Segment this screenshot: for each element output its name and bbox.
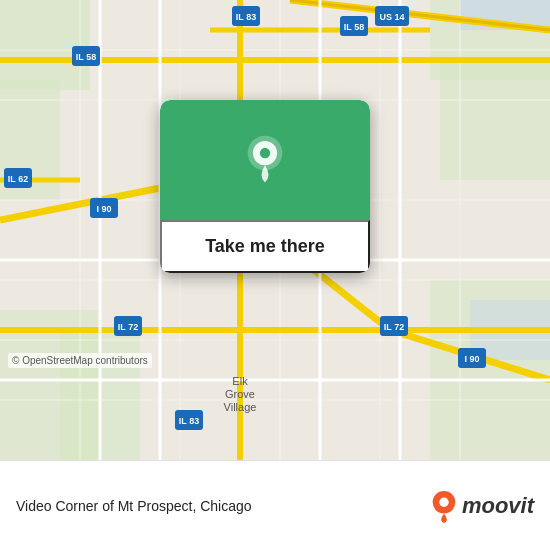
location-popup: Take me there <box>160 100 370 273</box>
svg-text:Elk: Elk <box>232 375 248 387</box>
svg-text:IL 58: IL 58 <box>344 22 364 32</box>
location-pin-icon <box>239 134 291 186</box>
svg-text:IL 62: IL 62 <box>8 174 28 184</box>
svg-text:IL 83: IL 83 <box>179 416 199 426</box>
svg-text:IL 83: IL 83 <box>236 12 256 22</box>
bottom-bar: Video Corner of Mt Prospect, Chicago moo… <box>0 460 550 550</box>
svg-text:I 90: I 90 <box>96 204 111 214</box>
moovit-label: moovit <box>462 493 534 519</box>
svg-text:I 90: I 90 <box>464 354 479 364</box>
take-me-there-button[interactable]: Take me there <box>160 220 370 273</box>
svg-text:Village: Village <box>224 401 257 413</box>
moovit-pin-icon <box>430 489 458 523</box>
svg-point-69 <box>260 148 270 158</box>
place-info: Video Corner of Mt Prospect, Chicago <box>16 498 252 514</box>
svg-text:Grove: Grove <box>225 388 255 400</box>
svg-text:IL 58: IL 58 <box>76 52 96 62</box>
popup-green-header <box>160 100 370 220</box>
svg-text:IL 72: IL 72 <box>384 322 404 332</box>
svg-point-71 <box>439 497 448 506</box>
svg-rect-4 <box>440 60 550 180</box>
svg-text:US 14: US 14 <box>379 12 404 22</box>
svg-text:IL 72: IL 72 <box>118 322 138 332</box>
map-view[interactable]: US 14 IL 83 IL 83 IL 83 IL 58 IL 58 IL 6… <box>0 0 550 460</box>
svg-rect-1 <box>0 0 90 90</box>
place-name: Video Corner of Mt Prospect, Chicago <box>16 498 252 514</box>
map-attribution: © OpenStreetMap contributors <box>8 353 152 368</box>
moovit-logo: moovit <box>430 489 534 523</box>
